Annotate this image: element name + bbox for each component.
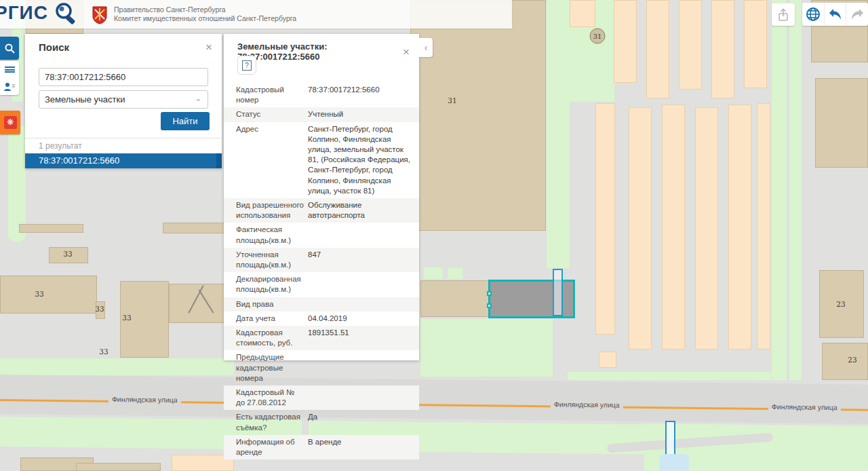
highlighted-parcel-narrow[interactable] [553,269,563,316]
detail-label: Декларированная площадь(кв.м.) [224,273,308,296]
map-tools-group [802,3,868,26]
detail-label: Кадастровая стоимость, руб. [224,326,308,350]
detail-value: В аренде [308,436,419,459]
detail-label: Вид права [224,298,308,311]
find-button[interactable]: Найти [161,112,210,130]
building [646,0,669,98]
sidebar-gov-services-button[interactable]: ❋ [0,111,20,134]
globe-button[interactable] [802,3,824,26]
building [662,105,685,350]
detail-value [308,386,419,409]
detail-value: Да [308,411,419,434]
detail-row: Есть кадастровая съёмка?Да [224,410,419,434]
building [679,0,702,90]
detail-value: 1891351.51 [308,326,419,350]
building [599,352,616,368]
detail-label: Уточненная площадь(кв.м.) [224,248,308,271]
building [629,107,652,350]
app-header: РГИС Правительство Санкт-Петербурга Коми… [0,0,512,29]
map-parcel-number: 33 [63,250,72,258]
map-parcel-number: 23 [848,356,856,364]
street-finlyandskaya: Финляндская улица Финляндская улица Финл… [0,375,868,424]
details-table: Кадастровый номер78:37:0017212:5660Стату… [224,83,419,459]
share-button[interactable] [772,3,795,26]
results-count: 1 результат [39,141,82,151]
building [744,0,767,88]
undo-arrow-icon [828,8,843,20]
category-select[interactable]: Земельные участки ⌄ [39,90,208,109]
pond [659,454,689,471]
sidebar-layers-button[interactable] [0,61,19,78]
parcel-notch [487,303,492,308]
redo-button[interactable] [846,3,868,26]
chevron-left-icon: ‹ [425,42,428,53]
result-item-label: 78:37:0017212:5660 [39,155,119,166]
parcel-details-panel: Земельные участки: 78:37:0017212:5660 × … [224,34,419,360]
detail-row: АдресСанкт-Петербург, город Колпино, Фин… [224,122,419,198]
detail-value [308,273,419,296]
search-input[interactable] [39,68,208,86]
magnifier-logo-icon [53,1,79,27]
map-marker-circle: 31 [590,29,606,44]
detail-label: Информация об аренде [224,436,308,459]
undo-button[interactable] [824,3,846,26]
street-name-label: Финляндская улица [108,395,181,404]
sidebar-button-group [0,61,19,95]
collapse-panel-button[interactable]: ‹ [419,38,433,57]
building [169,284,224,323]
land-parcel [410,0,546,231]
rgis-logo[interactable]: РГИС [0,2,48,24]
street-name-label: Финляндская улица [551,400,623,409]
map-parcel-number: 33 [95,305,104,313]
detail-label: Предыдущие кадастровые номера [224,351,308,385]
detail-value [308,223,419,246]
question-square-icon: ? [242,60,252,71]
sidebar-search-button[interactable] [0,37,19,60]
map-parcel-number: 33 [99,347,108,356]
detail-row: Информация об арендеВ аренде [224,435,419,459]
details-panel-title: Земельные участки: 78:37:0017212:5660 [237,41,403,62]
detail-row: Кадастровый номер78:37:0017212:5660 [224,83,419,107]
detail-value: 78:37:0017212:5660 [308,83,419,107]
detail-label: Адрес [224,123,308,197]
search-panel: Поиск × Земельные участки ⌄ Найти 1 резу… [25,34,222,168]
building [570,0,595,27]
building [728,105,751,350]
close-icon[interactable]: × [205,41,212,53]
spb-coat-of-arms-icon [92,5,108,24]
detail-label: Кадастровый номер [224,83,308,107]
detail-row: Декларированная площадь(кв.м.) [224,272,419,297]
category-select-value: Земельные участки [45,94,125,105]
building [757,103,770,350]
detail-label: Статус [224,108,308,121]
highlighted-parcel-small[interactable] [665,421,675,457]
detail-row: Фактическая площадь(кв.м.) [224,223,419,247]
building [815,78,868,168]
street-name-label: Финляндская улица [768,402,841,411]
vegetation-area [0,358,234,375]
gov-line2: Комитет имущественных отношений Санкт-Пе… [114,14,296,23]
chevron-down-icon: ⌄ [195,93,202,103]
government-title: Правительство Санкт-Петербурга Комитет и… [114,5,296,23]
sidebar-user-info-button[interactable] [0,78,19,95]
vegetation-area [568,372,771,380]
detail-value: Санкт-Петербург, город Колпино, Финляндс… [308,123,419,197]
detail-label: Кадастровый № до 27.08.2012 [224,386,308,409]
globe-icon [806,7,821,22]
detail-row: Кадастровая стоимость, руб.1891351.51 [224,326,419,350]
detail-value: 847 [308,248,419,271]
map-parcel-number: 31 [448,96,456,105]
detail-row: Уточненная площадь(кв.м.)847 [224,248,419,272]
close-icon[interactable]: × [403,46,410,58]
identify-help-button[interactable]: ? [237,56,256,75]
detail-value: Учтенный [308,108,419,121]
detail-value [308,351,419,385]
spb-brand-icon: ❋ [4,116,17,129]
building [0,276,97,314]
vegetation-area [772,0,787,380]
building [76,463,161,471]
detail-row: Вид разрешенного использованияОбслуживан… [224,198,419,223]
detail-row: Кадастровый № до 27.08.2012 [224,385,419,410]
result-item-selected[interactable]: 78:37:0017212:5660 [25,153,222,168]
scrollbar-thumb[interactable] [216,153,222,168]
